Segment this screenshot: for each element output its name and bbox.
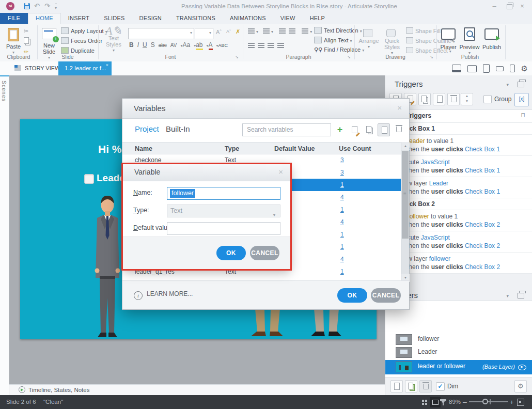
col-name[interactable]: Name [135,145,152,152]
layer-row[interactable]: follower [385,333,532,345]
col-default-value[interactable]: Default Value [274,145,315,152]
publish-button[interactable]: Publish [481,28,502,50]
cell-use-count[interactable]: 3 [340,156,344,164]
drawing-dialog-launcher-icon[interactable]: ↘ [430,55,433,59]
arrange-button[interactable]: Arrange▾ [357,29,380,50]
variables-dialog-titlebar[interactable]: Variables × [122,99,409,119]
bullet-list-icon[interactable] [248,28,255,33]
layers-panel-menu-icon[interactable]: ▾ [506,293,509,298]
phone-landscape-icon[interactable] [496,66,504,71]
align-text-button[interactable]: Align Text ▾ [314,37,352,43]
find-replace-button[interactable]: ⚲⚲ Find / Replace ▾ [314,46,364,53]
triggers-panel-menu-icon[interactable]: ▾ [506,82,509,87]
cell-use-count[interactable]: 4 [340,218,344,226]
clear-formatting-icon[interactable]: ✗ [236,28,240,35]
collapse-all-triggers-icon[interactable]: ⊓ [521,112,525,118]
paste-variable-button[interactable] [378,123,390,136]
layer-visibility-eye-icon[interactable] [518,365,526,370]
tab-design[interactable]: DESIGN [132,13,169,24]
tab-insert[interactable]: INSERT [61,13,97,24]
manage-variables-button[interactable]: [x] [514,93,529,106]
tab-project[interactable]: Project [135,124,159,133]
tab-transitions[interactable]: TRANSITIONS [169,13,223,24]
italic-button[interactable]: I [137,41,139,49]
edit-variable-button[interactable] [349,123,361,136]
restore-button[interactable] [507,4,512,9]
undo-icon[interactable]: ↶ [34,2,40,10]
delete-variable-button[interactable] [393,123,405,136]
story-view-tab[interactable]: STORY VIEW [14,61,60,75]
slide-view-icon[interactable] [430,397,441,407]
new-layer-button[interactable] [390,380,403,392]
layers-panel-collapse-icon[interactable] [518,293,524,298]
layer-row[interactable]: Leader [385,345,532,358]
layer-properties-button[interactable]: ⚙ [514,380,527,392]
strike-abc-button[interactable]: abc [159,42,167,48]
tab-slides[interactable]: SLIDES [97,13,132,24]
cell-use-count[interactable]: 1 [340,243,344,250]
tablet-landscape-icon[interactable] [467,65,477,72]
variable-default-input[interactable] [167,222,280,235]
font-dialog-launcher-icon[interactable]: ↘ [235,55,239,59]
align-justify-icon[interactable] [277,42,284,48]
decrease-indent-icon[interactable] [279,28,286,33]
quick-access-options-icon[interactable]: ▾ [55,4,57,12]
triggers-panel-collapse-icon[interactable] [518,82,524,87]
fit-to-window-icon[interactable] [517,399,524,406]
cell-use-count[interactable]: 1 [340,231,344,238]
zoom-out-icon[interactable]: – [463,398,467,406]
dim-checkbox[interactable]: ✓ [436,382,445,391]
variable-type-select[interactable]: Text▼ [167,204,280,217]
char-spacing-button[interactable]: AV [170,42,177,48]
paste-button[interactable]: Paste ▾ [4,28,23,56]
close-tab-icon[interactable]: × [106,62,108,68]
variable-dialog-titlebar[interactable]: Variable × [123,164,290,181]
learn-more-link[interactable]: iLEARN MORE... [134,290,193,300]
scenes-panel-tab[interactable]: Scenes [0,75,9,396]
tab-animations[interactable]: ANIMATIONS [223,13,273,24]
variable-dialog-close-icon[interactable]: × [278,167,283,176]
laptop-icon[interactable] [452,65,461,72]
cell-use-count[interactable]: 4 [340,256,344,263]
duplicate-button[interactable]: Duplicate [61,47,95,54]
preview-button[interactable]: Preview ▾ [459,27,480,56]
copy-variable-button[interactable] [363,123,375,136]
shape-fill-button[interactable]: Shape Fill ▾ [406,27,444,34]
variable-cancel-button[interactable]: CANCEL [250,246,279,260]
cell-use-count[interactable]: 1 [340,181,344,188]
phone-portrait-icon[interactable] [510,65,515,72]
zoom-in-icon[interactable]: + [510,398,514,406]
font-family-select[interactable]: ▾ [128,28,194,39]
align-left-icon[interactable] [248,42,255,48]
tab-help[interactable]: HELP [303,13,333,24]
copy-icon[interactable] [24,37,29,45]
cell-use-count[interactable]: 1 [340,206,344,213]
font-size-select[interactable]: ▾ [195,28,213,39]
tab-file[interactable]: FILE [0,13,28,24]
zoom-slider-track[interactable] [469,401,508,402]
spelling-button[interactable]: ABC [218,43,228,48]
paragraph-dialog-launcher-icon[interactable]: ↘ [347,55,351,59]
tablet-portrait-icon[interactable] [483,64,490,73]
grow-font-icon[interactable]: Aˆ [216,29,222,35]
variables-scrollbar[interactable]: ▲ ▼ [401,142,409,282]
delete-trigger-button[interactable] [447,93,460,105]
change-case-button[interactable]: Aa [182,41,190,49]
variables-ok-button[interactable]: OK [337,288,367,303]
timeline-states-notes-bar[interactable]: Timeline, States, Notes [9,384,385,396]
leader-checkbox[interactable] [84,174,94,184]
col-type[interactable]: Type [225,145,239,152]
tab-view[interactable]: VIEW [273,13,303,24]
group-checkbox[interactable] [483,95,492,103]
trigger-order-spinner[interactable]: ▲▼ [461,93,473,105]
grid-view-icon[interactable] [422,400,424,402]
tab-built-in[interactable]: Built-In [166,124,190,133]
underline-button[interactable]: U [143,41,147,49]
cell-use-count[interactable]: 1 [340,268,344,275]
col-use-count[interactable]: Use Count [339,145,371,152]
align-center-icon[interactable] [258,42,264,48]
presenter-view-icon[interactable] [440,399,446,401]
variables-cancel-button[interactable]: CANCEL [371,288,401,303]
active-slide-tab[interactable]: 1.2 leader or f...× [58,61,112,75]
player-button[interactable]: Player [439,28,458,50]
